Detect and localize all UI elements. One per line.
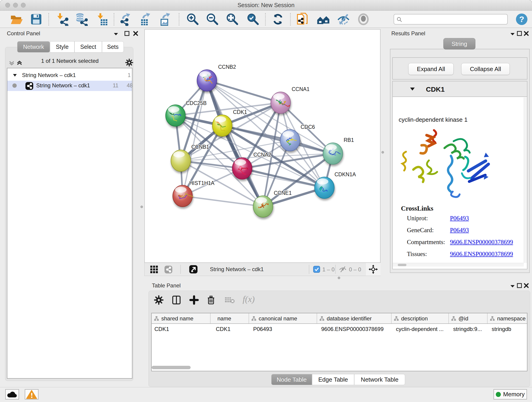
tree-expand-icon[interactable] xyxy=(13,74,17,77)
control-panel-collapse-icon[interactable] xyxy=(114,32,119,37)
network-node-CDKN1A[interactable]: CDKN1A xyxy=(315,172,356,198)
zoom-out-icon[interactable] xyxy=(206,13,219,26)
collapse-all-networks-icon[interactable] xyxy=(9,60,15,67)
tab-node-table[interactable]: Node Table xyxy=(271,374,312,385)
table-cell[interactable]: 9606.ENSP00000378699 xyxy=(321,326,384,332)
network-node-RB1[interactable]: RB1 xyxy=(323,137,354,164)
right-splitter-handle[interactable] xyxy=(381,151,384,153)
results-panel-float-icon[interactable] xyxy=(517,31,522,37)
column-header-description[interactable]: description xyxy=(392,313,449,323)
control-panel-float-icon[interactable] xyxy=(124,31,130,37)
hide-selected-icon[interactable] xyxy=(337,13,350,26)
gene-collapse-icon[interactable] xyxy=(410,87,415,91)
refresh-icon[interactable] xyxy=(271,13,285,26)
selected-checkbox-icon[interactable] xyxy=(313,266,320,274)
string-document-icon[interactable] xyxy=(296,13,310,26)
zoom-in-icon[interactable] xyxy=(186,13,199,26)
tab-network-table[interactable]: Network Table xyxy=(354,374,405,385)
warnings-button[interactable] xyxy=(25,389,38,400)
export-network-icon[interactable] xyxy=(120,13,133,26)
results-horizontal-scrollbar[interactable] xyxy=(393,263,524,267)
open-session-icon[interactable] xyxy=(9,13,23,26)
table-horizontal-scrollbar[interactable] xyxy=(152,366,191,369)
crosslink-value-link[interactable]: 9606.ENSP00000378699 xyxy=(450,239,513,246)
results-panel-collapse-icon[interactable] xyxy=(510,32,515,37)
cloud-status-button[interactable] xyxy=(5,389,19,400)
network-collection-row[interactable]: String Network – cdk1 1 xyxy=(7,70,132,81)
tab-select[interactable]: Select xyxy=(75,41,102,52)
tab-network[interactable]: Network xyxy=(17,41,50,52)
import-network-database-icon[interactable] xyxy=(75,13,88,26)
show-all-icon[interactable] xyxy=(357,13,370,26)
collapse-all-button[interactable]: Collapse All xyxy=(461,63,510,75)
delete-column-icon[interactable] xyxy=(206,295,216,306)
help-icon[interactable]: ? xyxy=(515,13,528,26)
tab-style[interactable]: Style xyxy=(50,41,75,52)
results-panel-close-icon[interactable] xyxy=(524,31,529,37)
export-table-icon[interactable] xyxy=(139,13,152,26)
memory-button[interactable]: Memory xyxy=(494,389,527,400)
import-network-file-icon[interactable] xyxy=(55,13,69,26)
expand-all-button[interactable]: Expand All xyxy=(408,63,454,75)
table-panel-collapse-icon[interactable] xyxy=(510,285,515,289)
column-header-namespace[interactable]: namespace xyxy=(488,313,527,323)
results-vertical-scrollbar[interactable] xyxy=(524,97,527,263)
table-panel-close-icon[interactable] xyxy=(524,283,529,289)
search-icon xyxy=(396,17,403,23)
table-cell[interactable]: CDK1 xyxy=(216,326,230,332)
table-cell[interactable]: P06493 xyxy=(253,326,272,332)
node-table[interactable]: shared namenamecanonical namedatabase id… xyxy=(151,313,527,371)
table-cell[interactable]: stringdb xyxy=(492,326,511,332)
network-edge-CCNE1-HIST1H1A[interactable] xyxy=(183,196,263,206)
birdseye-toggle-icon[interactable] xyxy=(369,265,378,275)
network-edge-CCNE1-CCNB2[interactable] xyxy=(207,80,263,206)
crosslink-value-link[interactable]: P06493 xyxy=(450,215,469,222)
network-edge-CCNB2-CCNA1[interactable] xyxy=(207,80,281,103)
column-header--id[interactable]: @id xyxy=(449,313,488,323)
network-view-title: String Network – cdk1 xyxy=(210,266,264,273)
grid-view-icon[interactable] xyxy=(150,265,158,274)
column-header-canonical-name[interactable]: canonical name xyxy=(249,313,317,323)
network-share-view-icon[interactable] xyxy=(164,265,172,274)
table-cell[interactable]: CDK1 xyxy=(154,326,169,332)
crosslink-value-link[interactable]: 9606.ENSP00000378699 xyxy=(450,250,513,258)
network-node-HIST1H1A[interactable]: HIST1H1A xyxy=(173,180,215,207)
create-column-icon[interactable] xyxy=(189,295,199,306)
horizontal-splitter-handle[interactable] xyxy=(338,277,340,279)
expand-all-networks-icon[interactable] xyxy=(17,60,22,67)
crosslinks-heading: CrossLinks xyxy=(401,205,433,212)
table-header: shared namenamecanonical namedatabase id… xyxy=(152,313,527,324)
scrollbar-thumb[interactable] xyxy=(398,264,406,266)
table-gear-icon[interactable] xyxy=(154,295,164,306)
column-header-name[interactable]: name xyxy=(210,313,249,323)
network-row-selected[interactable]: String Network – cdk1 11 48 xyxy=(7,81,132,91)
tab-string[interactable]: String xyxy=(443,38,475,50)
gene-section-header[interactable]: CDK1 xyxy=(393,81,527,97)
import-table-file-icon[interactable] xyxy=(95,13,109,26)
tab-sets[interactable]: Sets xyxy=(102,41,124,52)
show-columns-icon[interactable] xyxy=(171,295,181,306)
column-header-database-identifier[interactable]: database identifier xyxy=(317,313,392,323)
memory-label: Memory xyxy=(503,391,525,398)
hidden-eye-slash-icon[interactable] xyxy=(339,266,347,274)
tab-edge-table[interactable]: Edge Table xyxy=(312,374,354,385)
table-cell[interactable]: stringdb:9... xyxy=(453,326,482,332)
left-splitter-handle[interactable] xyxy=(140,206,143,208)
column-header-shared-name[interactable]: shared name xyxy=(152,313,210,323)
table-panel-float-icon[interactable] xyxy=(517,283,522,289)
table-cell[interactable]: cyclin-dependent ... xyxy=(396,326,443,332)
export-image-icon[interactable] xyxy=(159,13,172,26)
network-canvas[interactable]: CCNB2CCNA1CDC25BCDK1CDC6RB1CCNB1CCNA2CDK… xyxy=(144,29,380,263)
home-networks-icon[interactable] xyxy=(317,13,330,26)
crosslink-value-link[interactable]: P06493 xyxy=(450,227,469,234)
zoom-selected-icon[interactable] xyxy=(246,13,259,26)
network-node-CCNE1[interactable]: CCNE1 xyxy=(253,190,292,217)
results-buttons-box: Expand All Collapse All xyxy=(392,57,527,80)
save-session-icon[interactable] xyxy=(30,13,43,26)
search-input[interactable] xyxy=(394,14,508,25)
network-options-gear-icon[interactable] xyxy=(125,58,133,68)
network-node-CCNA1[interactable]: CCNA1 xyxy=(271,86,310,114)
detach-view-icon[interactable] xyxy=(189,265,198,274)
zoom-fit-icon[interactable] xyxy=(225,13,239,26)
control-panel-close-icon[interactable] xyxy=(133,31,138,37)
